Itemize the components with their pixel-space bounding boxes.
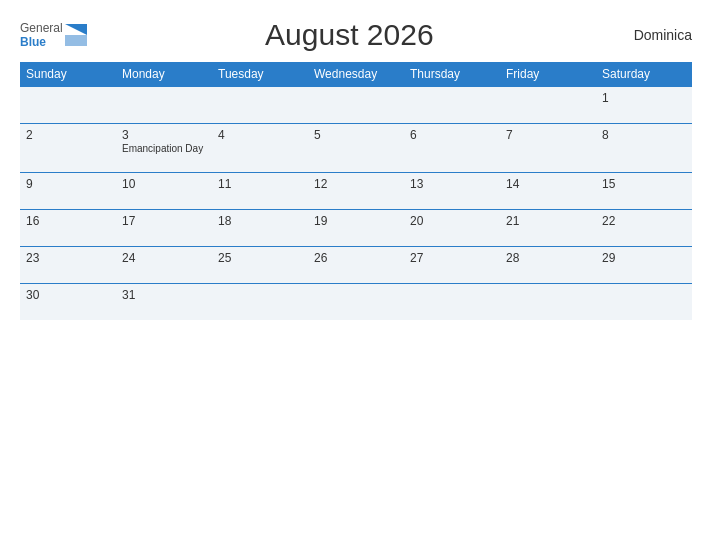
calendar-cell: 22 xyxy=(596,210,692,247)
date-number: 13 xyxy=(410,177,494,191)
logo-general: General xyxy=(20,21,63,35)
calendar-cell: 9 xyxy=(20,173,116,210)
svg-marker-1 xyxy=(65,35,87,46)
calendar-cell: 29 xyxy=(596,247,692,284)
date-number: 12 xyxy=(314,177,398,191)
calendar-week-row: 3031 xyxy=(20,284,692,321)
date-number: 19 xyxy=(314,214,398,228)
date-number: 3 xyxy=(122,128,206,142)
calendar-cell xyxy=(308,87,404,124)
calendar-week-row: 1 xyxy=(20,87,692,124)
date-number: 15 xyxy=(602,177,686,191)
date-number: 11 xyxy=(218,177,302,191)
calendar-week-row: 9101112131415 xyxy=(20,173,692,210)
calendar-cell: 1 xyxy=(596,87,692,124)
date-number: 25 xyxy=(218,251,302,265)
calendar-title: August 2026 xyxy=(87,18,612,52)
date-number: 17 xyxy=(122,214,206,228)
calendar-cell xyxy=(116,87,212,124)
calendar-cell: 12 xyxy=(308,173,404,210)
calendar-cell: 18 xyxy=(212,210,308,247)
date-number: 14 xyxy=(506,177,590,191)
calendar-cell xyxy=(212,284,308,321)
calendar-cell: 2 xyxy=(20,124,116,173)
logo-text: General Blue xyxy=(20,21,63,50)
calendar-cell xyxy=(404,87,500,124)
calendar-week-row: 16171819202122 xyxy=(20,210,692,247)
calendar-cell xyxy=(596,284,692,321)
country-name: Dominica xyxy=(612,27,692,43)
date-number: 23 xyxy=(26,251,110,265)
date-number: 1 xyxy=(602,91,686,105)
header: General Blue August 2026 Dominica xyxy=(20,18,692,52)
calendar-cell: 24 xyxy=(116,247,212,284)
weekday-header-friday: Friday xyxy=(500,62,596,87)
calendar-cell: 17 xyxy=(116,210,212,247)
calendar-cell: 8 xyxy=(596,124,692,173)
logo: General Blue xyxy=(20,21,87,50)
calendar-cell: 30 xyxy=(20,284,116,321)
calendar-cell: 11 xyxy=(212,173,308,210)
calendar-table: SundayMondayTuesdayWednesdayThursdayFrid… xyxy=(20,62,692,320)
calendar-cell: 15 xyxy=(596,173,692,210)
date-number: 16 xyxy=(26,214,110,228)
calendar-cell: 23 xyxy=(20,247,116,284)
calendar-cell xyxy=(308,284,404,321)
calendar-cell: 10 xyxy=(116,173,212,210)
date-number: 30 xyxy=(26,288,110,302)
date-number: 18 xyxy=(218,214,302,228)
calendar-week-row: 23242526272829 xyxy=(20,247,692,284)
calendar-cell: 27 xyxy=(404,247,500,284)
calendar-cell: 5 xyxy=(308,124,404,173)
calendar-cell xyxy=(500,284,596,321)
calendar-cell: 14 xyxy=(500,173,596,210)
calendar-cell: 20 xyxy=(404,210,500,247)
calendar-cell: 28 xyxy=(500,247,596,284)
calendar-cell: 7 xyxy=(500,124,596,173)
calendar-cell: 13 xyxy=(404,173,500,210)
weekday-header-row: SundayMondayTuesdayWednesdayThursdayFrid… xyxy=(20,62,692,87)
date-number: 5 xyxy=(314,128,398,142)
calendar-cell: 16 xyxy=(20,210,116,247)
weekday-header-tuesday: Tuesday xyxy=(212,62,308,87)
holiday-label: Emancipation Day xyxy=(122,143,206,154)
date-number: 31 xyxy=(122,288,206,302)
logo-blue: Blue xyxy=(20,35,63,49)
date-number: 8 xyxy=(602,128,686,142)
calendar-week-row: 23Emancipation Day45678 xyxy=(20,124,692,173)
date-number: 21 xyxy=(506,214,590,228)
logo-flag-icon xyxy=(65,24,87,46)
date-number: 29 xyxy=(602,251,686,265)
date-number: 24 xyxy=(122,251,206,265)
weekday-header-monday: Monday xyxy=(116,62,212,87)
weekday-header-wednesday: Wednesday xyxy=(308,62,404,87)
calendar-cell: 31 xyxy=(116,284,212,321)
calendar-cell: 25 xyxy=(212,247,308,284)
weekday-header-thursday: Thursday xyxy=(404,62,500,87)
weekday-header-sunday: Sunday xyxy=(20,62,116,87)
calendar-page: General Blue August 2026 Dominica Sunday… xyxy=(0,0,712,550)
date-number: 4 xyxy=(218,128,302,142)
calendar-cell xyxy=(212,87,308,124)
calendar-cell: 6 xyxy=(404,124,500,173)
date-number: 28 xyxy=(506,251,590,265)
calendar-cell xyxy=(20,87,116,124)
calendar-cell xyxy=(500,87,596,124)
date-number: 10 xyxy=(122,177,206,191)
date-number: 26 xyxy=(314,251,398,265)
calendar-cell: 4 xyxy=(212,124,308,173)
calendar-cell: 19 xyxy=(308,210,404,247)
date-number: 7 xyxy=(506,128,590,142)
date-number: 9 xyxy=(26,177,110,191)
calendar-cell: 21 xyxy=(500,210,596,247)
date-number: 6 xyxy=(410,128,494,142)
svg-marker-0 xyxy=(65,24,87,35)
calendar-cell: 26 xyxy=(308,247,404,284)
date-number: 20 xyxy=(410,214,494,228)
date-number: 22 xyxy=(602,214,686,228)
calendar-cell: 3Emancipation Day xyxy=(116,124,212,173)
calendar-cell xyxy=(404,284,500,321)
weekday-header-saturday: Saturday xyxy=(596,62,692,87)
date-number: 27 xyxy=(410,251,494,265)
date-number: 2 xyxy=(26,128,110,142)
